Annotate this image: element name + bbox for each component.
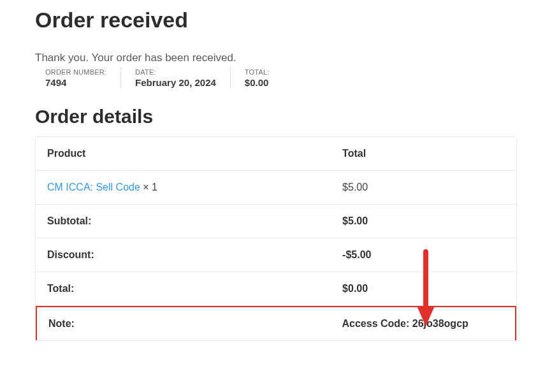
product-link[interactable]: CM ICCA: Sell Code bbox=[47, 182, 140, 192]
subtotal-row: Subtotal: $5.00 bbox=[36, 205, 516, 238]
note-label: Note: bbox=[48, 318, 342, 330]
product-total: $5.00 bbox=[342, 182, 505, 193]
order-number-label: ORDER NUMBER: bbox=[45, 68, 106, 76]
order-details-table: Product Total CM ICCA: Sell Code × 1 $5.… bbox=[35, 136, 517, 341]
product-qty: × 1 bbox=[143, 182, 157, 192]
table-header-row: Product Total bbox=[36, 137, 516, 171]
subtotal-label: Subtotal: bbox=[47, 215, 342, 227]
page-title: Order received bbox=[35, 8, 517, 33]
subtotal-value: $5.00 bbox=[342, 215, 505, 227]
product-row: CM ICCA: Sell Code × 1 $5.00 bbox=[36, 171, 516, 205]
order-number-block: ORDER NUMBER: 7494 bbox=[45, 68, 121, 88]
order-total-block: TOTAL: $0.00 bbox=[245, 68, 284, 88]
note-value: Access Code: 26jo38ogcp bbox=[342, 318, 504, 330]
product-cell: CM ICCA: Sell Code × 1 bbox=[47, 182, 342, 193]
discount-label: Discount: bbox=[47, 249, 342, 261]
discount-value: -$5.00 bbox=[342, 249, 505, 261]
order-date-label: DATE: bbox=[135, 68, 216, 76]
order-date-block: DATE: February 20, 2024 bbox=[135, 68, 231, 88]
discount-row: Discount: -$5.00 bbox=[36, 238, 516, 272]
order-total-label: TOTAL: bbox=[245, 68, 270, 76]
order-total-value: $0.00 bbox=[245, 77, 270, 88]
order-date-value: February 20, 2024 bbox=[135, 77, 216, 88]
header-product: Product bbox=[47, 148, 342, 159]
order-number-value: 7494 bbox=[45, 77, 106, 88]
note-row: Note: Access Code: 26jo38ogcp bbox=[36, 306, 516, 340]
order-meta-row: ORDER NUMBER: 7494 DATE: February 20, 20… bbox=[45, 68, 517, 88]
order-details-heading: Order details bbox=[35, 106, 517, 127]
total-value: $0.00 bbox=[342, 283, 505, 294]
thank-you-text: Thank you. Your order has been received. bbox=[35, 52, 517, 64]
header-total: Total bbox=[342, 148, 505, 159]
total-label: Total: bbox=[47, 283, 342, 294]
total-row: Total: $0.00 bbox=[36, 272, 516, 306]
